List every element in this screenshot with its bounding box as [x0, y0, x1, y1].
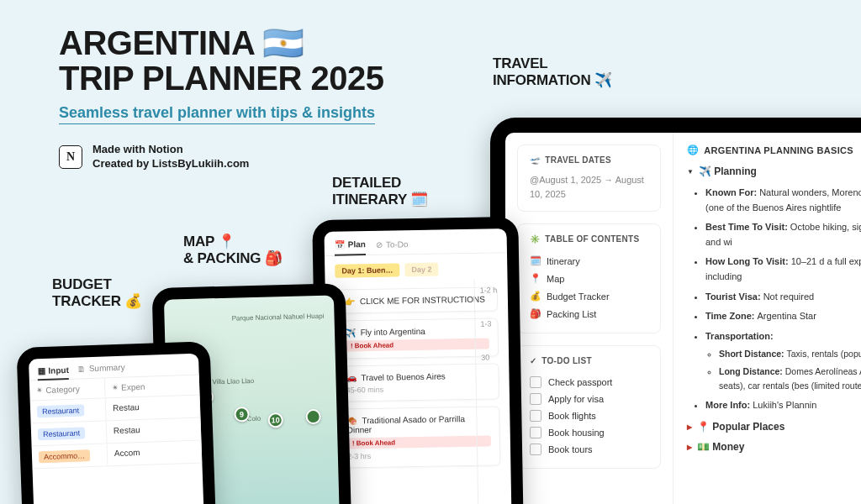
planning-bullet: Known For: Natural wonders, Moreno), ste… — [705, 186, 861, 215]
todo-item[interactable]: Book housing — [530, 424, 648, 441]
book-ahead-badge: ! Book Ahead — [346, 339, 489, 352]
map-place-label: Villa Llao Llao — [212, 377, 254, 386]
tab-plan[interactable]: 📅Plan — [335, 239, 366, 256]
toc-item-icon: 📍 — [530, 273, 541, 284]
table-row[interactable]: Accommo…Accom — [32, 441, 203, 470]
todo-card: ✓TO-DO LIST Check passportApply for visa… — [517, 345, 661, 469]
col-category: ✴Category — [29, 378, 106, 400]
todo-item-label: Check passport — [548, 377, 612, 387]
label-map-packing: MAP 📍 & PACKING 🎒 — [183, 234, 283, 266]
category-pill: Restaurant — [37, 404, 84, 417]
expense-cell: Restau — [106, 396, 201, 421]
toc-item[interactable]: 💰Budget Tracker — [530, 287, 648, 305]
map-pin[interactable]: 10 — [268, 412, 283, 428]
device-travel-info: 🛫TRAVEL DATES @August 1, 2025 → August 1… — [490, 118, 861, 504]
check-circle-icon: ⊘ — [376, 239, 383, 249]
day-chip-2[interactable]: Day 2 — [404, 263, 438, 277]
planning-bullet: Transportation: Short Distance: Taxis, r… — [705, 329, 861, 393]
toc-item-label: Itinerary — [547, 256, 580, 266]
category-pill: Accommo… — [39, 449, 90, 463]
label-detailed-itinerary: DETAILED ITINERARY 🗓️ — [332, 175, 428, 207]
travel-dates-heading: TRAVEL DATES — [545, 155, 611, 165]
toc-item-label: Packing List — [547, 309, 596, 319]
credit-line2: Created by ListsByLukiih.com — [92, 157, 249, 171]
label-travel-information: TRAVEL INFORMATION ✈️ — [493, 55, 612, 88]
doc-icon: 🗎 — [77, 364, 86, 373]
category-pill: Restaurant — [38, 427, 85, 440]
card-title: 👉CLICK ME FOR INSTRUCTIONS — [345, 295, 489, 307]
book-ahead-badge: ! Book Ahead — [347, 436, 491, 449]
todo-item[interactable]: Book tours — [530, 441, 648, 458]
todo-item-label: Book housing — [548, 428, 605, 438]
planning-bullet: Time Zone: Argentina Star — [705, 309, 861, 324]
grid-icon: ▦ — [37, 365, 45, 375]
day-chip-1[interactable]: Day 1: Buen… — [335, 263, 399, 277]
planning-bullet: More Info: Lukiih's Plannin — [705, 398, 861, 413]
popular-places-toggle[interactable]: 📍 Popular Places — [687, 421, 861, 433]
side-time-hint: 1-3 — [480, 319, 503, 328]
side-time-hint: 30 — [481, 353, 504, 361]
travel-dates-value: @August 1, 2025 → August 10, 2025 — [530, 173, 648, 201]
map-pin[interactable] — [305, 409, 320, 424]
hero-title-line2: TRIP PLANNER 2025 — [59, 60, 383, 96]
todo-item-label: Book tours — [548, 444, 593, 454]
toc-item-label: Map — [547, 274, 564, 284]
tab-input[interactable]: ▦Input — [37, 365, 69, 381]
planning-bullet: How Long To Visit: 10–21 d a full experi… — [705, 255, 861, 284]
toc-item-label: Budget Tracker — [547, 291, 610, 302]
col-expense: ✴Expen — [105, 375, 200, 398]
toc-item[interactable]: 🗓️Itinerary — [530, 252, 648, 270]
card-title: ✈️Fly into Argentina — [346, 326, 489, 338]
money-toggle[interactable]: 💵 Money — [687, 441, 861, 453]
toc-item[interactable]: 🎒Packing List — [530, 305, 648, 323]
device-budget-tracker: ▦Input 🗎Summary ✴Category ✴Expen Restaur… — [16, 341, 219, 504]
tab-todo[interactable]: ⊘To-Do — [376, 239, 409, 249]
toc-card: ✳️TABLE OF CONTENTS 🗓️Itinerary📍Map💰Budg… — [517, 223, 661, 333]
todo-item[interactable]: Check passport — [530, 374, 648, 391]
toc-item-icon: 🗓️ — [530, 255, 541, 266]
globe-icon: 🌐 — [687, 144, 699, 155]
credit-line1: Made with Notion — [92, 143, 249, 157]
travel-dates-card: 🛫TRAVEL DATES @August 1, 2025 → August 1… — [517, 144, 661, 212]
label-budget-tracker: BUDGET TRACKER 💰 — [52, 276, 142, 309]
card-title: 🚗Travel to Buenos Aires — [346, 371, 489, 383]
expense-cell: Restau — [107, 418, 202, 444]
sparkle-icon: ✳️ — [530, 234, 540, 244]
card-title: 🍖Traditional Asado or Parrilla Dinner — [346, 414, 490, 435]
planning-bullet: Tourist Visa: Not required — [705, 290, 861, 305]
planning-toggle[interactable]: ✈️ Planning — [687, 165, 861, 177]
notion-credit: N Made with Notion Created by ListsByLuk… — [59, 143, 383, 171]
todo-item-label: Apply for visa — [548, 394, 604, 404]
map-place-label: Parque Nacional Nahuel Huapi — [231, 312, 324, 323]
todo-item[interactable]: Apply for visa — [530, 391, 648, 407]
toc-item[interactable]: 📍Map — [530, 270, 648, 287]
toc-item-icon: 🎒 — [530, 308, 541, 319]
todo-item[interactable]: Book flights — [530, 407, 648, 424]
basics-heading: ARGENTINA PLANNING BASICS — [704, 145, 853, 155]
planning-bullet: Best Time To Visit: Octobe hiking, sight… — [705, 220, 861, 249]
toc-heading: TABLE OF CONTENTS — [545, 234, 639, 244]
card-subtext: 2-3 hrs — [347, 449, 491, 460]
todo-heading: TO-DO LIST — [541, 356, 591, 365]
side-time-hint: 1-2 h — [480, 286, 503, 294]
toc-item-icon: 💰 — [530, 291, 541, 302]
card-subtext: 45-60 mins — [346, 384, 490, 395]
tab-summary[interactable]: 🗎Summary — [77, 363, 125, 374]
planning-sub-bullet: Short Distance: Taxis, rentals (popular … — [719, 347, 861, 361]
takeoff-icon: 🛫 — [530, 155, 540, 165]
hero-title-line1: ARGENTINA 🇦🇷 — [59, 25, 383, 60]
planning-sub-bullet: Long Distance: Domes Aerolíneas Argentin… — [719, 365, 861, 393]
hero-subtitle: Seamless travel planner with tips & insi… — [59, 104, 375, 124]
expense-cell: Accom — [108, 441, 203, 466]
hero-header: ARGENTINA 🇦🇷 TRIP PLANNER 2025 Seamless … — [59, 25, 383, 171]
notion-logo-icon: N — [59, 145, 82, 169]
todo-item-label: Book flights — [548, 411, 596, 421]
check-icon: ✓ — [530, 356, 536, 365]
calendar-icon: 📅 — [335, 240, 345, 249]
